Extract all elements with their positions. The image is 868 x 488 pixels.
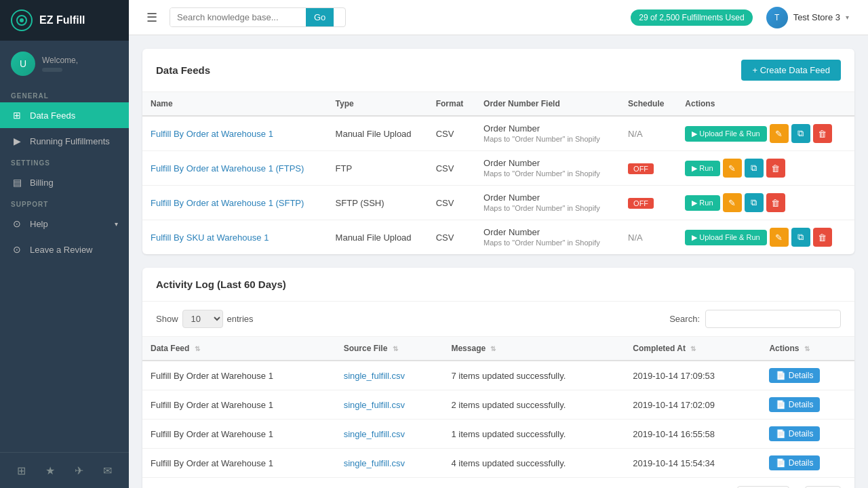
bottom-grid-icon[interactable]: ⊞ (10, 460, 32, 481)
edit-button[interactable]: ✎ (723, 159, 742, 178)
table-row: Fulfill By Order at Warehouse 1 single_f… (142, 449, 854, 478)
order-field-sub: Maps to "Order Number" in Shopify (484, 135, 600, 143)
main-area: ☰ Go 29 of 2,500 Fulfillments Used T Tes… (129, 0, 868, 488)
sidebar-item-data-feeds[interactable]: ⊞ Data Feeds (0, 102, 129, 128)
sidebar-item-billing[interactable]: ▤ Billing (0, 169, 129, 195)
sidebar-label-data-feeds: Data Feeds (30, 110, 75, 121)
table-row: Fulfill By Order at Warehouse 1 (SFTP) S… (142, 186, 854, 220)
table-row: Fulfill By SKU at Warehouse 1 Manual Fil… (142, 220, 854, 255)
source-file-link[interactable]: single_fulfill.csv (344, 458, 405, 468)
store-avatar: T (766, 7, 788, 28)
cell-schedule: OFF (620, 186, 677, 220)
copy-button[interactable]: ⧉ (745, 159, 764, 178)
bottom-send-icon[interactable]: ✈ (68, 460, 90, 481)
cell-actions: 📄 Details (761, 449, 854, 478)
data-feeds-table-container: Name Type Format Order Number Field Sche… (142, 92, 854, 254)
col-schedule: Schedule (620, 92, 677, 116)
grid-icon: ⊞ (11, 109, 23, 121)
delete-button[interactable]: 🗑 (766, 159, 785, 178)
search-button[interactable]: Go (306, 8, 334, 26)
cell-name: Fulfill By Order at Warehouse 1 (FTPS) (142, 151, 328, 186)
cell-type: FTP (328, 151, 428, 186)
details-button[interactable]: 📄 Details (769, 397, 820, 412)
cell-completed-at: 2019-10-14 15:54:34 (625, 449, 761, 478)
feed-name-link[interactable]: Fulfill By Order at Warehouse 1 (FTPS) (151, 163, 304, 174)
details-button[interactable]: 📄 Details (769, 426, 820, 441)
upload-run-button[interactable]: ▶ Upload File & Run (685, 230, 766, 245)
search-input[interactable] (170, 8, 306, 26)
cell-schedule: N/A (620, 116, 677, 151)
col-format: Format (428, 92, 475, 116)
activity-log-card: Activity Log (Last 60 Days) Show 10 25 5… (142, 268, 854, 488)
feed-name-link[interactable]: Fulfill By Order at Warehouse 1 (SFTP) (151, 198, 304, 208)
bottom-star-icon[interactable]: ★ (39, 460, 61, 481)
topbar: ☰ Go 29 of 2,500 Fulfillments Used T Tes… (129, 0, 868, 35)
username-placeholder (42, 68, 62, 72)
avatar: U (11, 52, 35, 76)
activity-search-input[interactable] (705, 310, 841, 328)
sidebar-label-running-fulfillments: Running Fulfillments (30, 136, 110, 146)
entries-select[interactable]: 10 25 50 100 (182, 310, 223, 328)
store-selector[interactable]: T Test Store 3 ▾ (761, 4, 854, 31)
store-dropdown-arrow: ▾ (846, 14, 849, 21)
search-label: Search: (669, 314, 700, 324)
copy-button[interactable]: ⧉ (745, 193, 764, 212)
entries-label: entries (227, 314, 254, 324)
hamburger-menu[interactable]: ☰ (142, 7, 161, 28)
delete-button[interactable]: 🗑 (766, 193, 785, 212)
schedule-na: N/A (628, 232, 643, 243)
cell-type: Manual File Upload (328, 116, 428, 151)
create-data-feed-button[interactable]: + Create Data Feed (741, 60, 841, 81)
activity-col-message: Message ⇅ (443, 337, 625, 361)
cell-message: 2 items updated successfully. (443, 390, 625, 420)
source-file-link[interactable]: single_fulfill.csv (344, 371, 405, 381)
cell-data-feed: Fulfill By Order at Warehouse 1 (142, 361, 336, 390)
play-icon: ▶ (11, 135, 23, 147)
copy-button[interactable]: ⧉ (791, 124, 810, 143)
data-feeds-table: Name Type Format Order Number Field Sche… (142, 92, 854, 254)
search-container: Go (170, 7, 346, 27)
delete-button[interactable]: 🗑 (813, 228, 832, 247)
edit-button[interactable]: ✎ (723, 193, 742, 212)
edit-button[interactable]: ✎ (770, 124, 789, 143)
upload-run-button[interactable]: ▶ Upload File & Run (685, 126, 766, 142)
activity-search-box: Search: (669, 310, 841, 328)
sidebar-item-help[interactable]: ⊙ Help ▾ (0, 211, 129, 237)
cell-order-field: Order Number Maps to "Order Number" in S… (475, 151, 620, 186)
sidebar-bottom-bar: ⊞ ★ ✈ ✉ (0, 452, 129, 488)
run-button[interactable]: ▶ Run (685, 161, 719, 176)
copy-button[interactable]: ⧉ (791, 228, 810, 247)
activity-col-data-feed: Data Feed ⇅ (142, 337, 336, 361)
cell-type: Manual File Upload (328, 220, 428, 255)
feed-name-link[interactable]: Fulfill By Order at Warehouse 1 (151, 129, 273, 139)
cell-order-field: Order Number Maps to "Order Number" in S… (475, 220, 620, 255)
sidebar-item-leave-review[interactable]: ⊙ Leave a Review (0, 237, 129, 262)
cell-source-file: single_fulfill.csv (336, 449, 443, 478)
activity-col-actions: Actions ⇅ (761, 337, 854, 361)
chevron-down-icon: ▾ (115, 220, 118, 228)
app-name: EZ Fulfill (39, 14, 85, 26)
activity-log-header: Activity Log (Last 60 Days) (142, 268, 854, 302)
sidebar-label-help: Help (30, 219, 48, 229)
feed-name-link[interactable]: Fulfill By SKU at Warehouse 1 (151, 232, 269, 243)
bottom-mail-icon[interactable]: ✉ (97, 460, 119, 481)
section-label-support: SUPPORT (0, 195, 129, 211)
delete-button[interactable]: 🗑 (813, 124, 832, 143)
sidebar-item-running-fulfillments[interactable]: ▶ Running Fulfillments (0, 128, 129, 154)
cell-order-field: Order Number Maps to "Order Number" in S… (475, 116, 620, 151)
table-row: Fulfill By Order at Warehouse 1 single_f… (142, 361, 854, 390)
run-button[interactable]: ▶ Run (685, 195, 719, 211)
help-icon: ⊙ (11, 218, 23, 230)
cell-format: CSV (428, 116, 475, 151)
edit-button[interactable]: ✎ (770, 228, 789, 247)
cell-actions: ▶ Upload File & Run ✎ ⧉ 🗑 (677, 116, 854, 151)
store-name: Test Store 3 (793, 12, 840, 22)
cell-order-field: Order Number Maps to "Order Number" in S… (475, 186, 620, 220)
source-file-link[interactable]: single_fulfill.csv (344, 429, 405, 439)
source-file-link[interactable]: single_fulfill.csv (344, 400, 405, 410)
order-field-sub: Maps to "Order Number" in Shopify (484, 204, 600, 212)
cell-format: CSV (428, 220, 475, 255)
fulfillments-badge: 29 of 2,500 Fulfillments Used (631, 9, 752, 26)
details-button[interactable]: 📄 Details (769, 368, 820, 383)
details-button[interactable]: 📄 Details (769, 455, 820, 470)
